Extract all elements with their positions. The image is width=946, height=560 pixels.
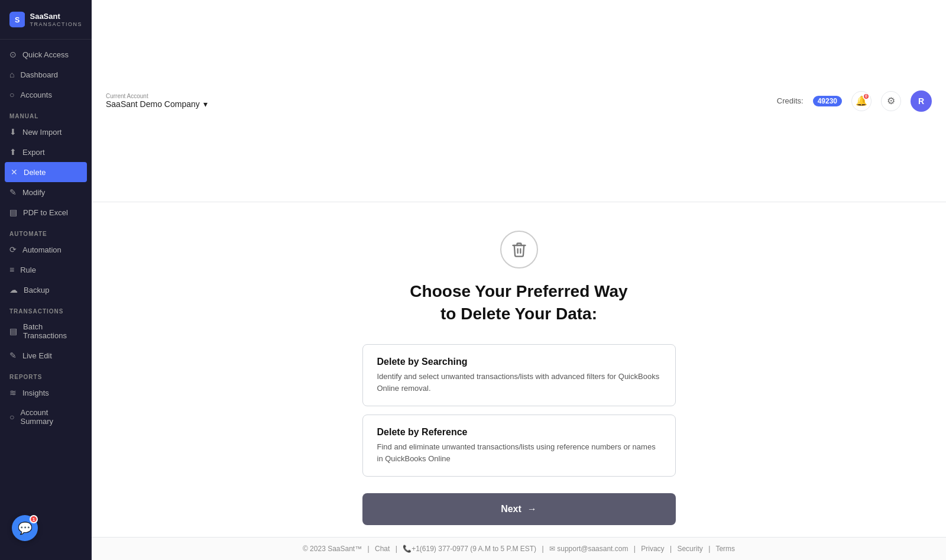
sidebar-item-new-import[interactable]: ⬇ New Import <box>0 122 92 142</box>
sidebar-item-pdf-to-excel[interactable]: ▤ PDF to Excel <box>0 202 92 222</box>
page-body: Choose Your Preferred Way to Delete Your… <box>92 202 946 537</box>
notification-dot: 0 <box>863 93 870 100</box>
sidebar-item-modify[interactable]: ✎ Modify <box>0 182 92 202</box>
quick-access-icon: ⊙ <box>9 50 17 59</box>
delete-page-icon <box>500 231 538 268</box>
sidebar-label-live-edit: Live Edit <box>22 351 52 360</box>
nav-section-transactions: TRANSACTIONS <box>0 300 92 317</box>
rule-icon: ≡ <box>9 265 14 274</box>
arrow-right-icon: → <box>527 504 537 514</box>
svg-text:S: S <box>15 16 20 24</box>
sidebar-item-live-edit[interactable]: ✎ Live Edit <box>0 345 92 365</box>
logo-sub: TRANSACTIONS <box>30 21 82 27</box>
account-summary-icon: ○ <box>9 412 14 422</box>
sidebar: S SaaSant TRANSACTIONS ⊙ Quick Access ⌂ … <box>0 0 92 560</box>
sidebar-label-rule: Rule <box>20 266 36 274</box>
footer-copyright: © 2023 SaaSant™ <box>303 545 362 553</box>
footer: © 2023 SaaSant™ | Chat | 📞+1(619) 377-09… <box>92 537 946 560</box>
chat-icon: 💬 <box>18 521 33 535</box>
automation-icon: ⟳ <box>9 245 17 254</box>
sidebar-label-backup: Backup <box>24 286 49 294</box>
footer-privacy-link[interactable]: Privacy <box>641 545 664 553</box>
account-name: SaaSant Demo Company <box>106 99 200 109</box>
sidebar-item-delete[interactable]: ✕ Delete <box>5 162 87 182</box>
chevron-down-icon: ▾ <box>203 99 208 109</box>
chat-notification-dot: 1 <box>30 515 38 523</box>
sidebar-label-batch-transactions: Batch Transactions <box>23 322 82 340</box>
sidebar-item-batch-transactions[interactable]: ▤ Batch Transactions <box>0 317 92 345</box>
delete-by-reference-card[interactable]: Delete by Reference Find and eliminate u… <box>362 415 676 477</box>
footer-security-link[interactable]: Security <box>677 545 702 553</box>
chat-button[interactable]: 💬 1 <box>12 515 38 541</box>
footer-chat-link[interactable]: Chat <box>375 545 390 553</box>
sidebar-label-automation: Automation <box>22 245 61 254</box>
trash-icon <box>511 241 527 258</box>
nav-section-manual: MANUAL <box>0 105 92 122</box>
backup-icon: ☁ <box>9 285 18 294</box>
batch-transactions-icon: ▤ <box>9 326 17 336</box>
sidebar-label-pdf-to-excel: PDF to Excel <box>23 208 68 217</box>
next-button[interactable]: Next → <box>362 493 676 525</box>
pdf-to-excel-icon: ▤ <box>9 208 17 217</box>
credits-badge: 49230 <box>813 96 842 106</box>
sidebar-label-delete: Delete <box>24 168 46 177</box>
sidebar-item-account-summary[interactable]: ○ Account Summary <box>0 403 92 431</box>
sidebar-item-backup[interactable]: ☁ Backup <box>0 280 92 300</box>
settings-button[interactable]: ⚙ <box>881 91 901 111</box>
account-selector[interactable]: SaaSant Demo Company ▾ <box>106 99 208 109</box>
header: Current Account SaaSant Demo Company ▾ C… <box>92 0 946 202</box>
next-label: Next <box>501 504 521 514</box>
nav-section-reports: REPORTS <box>0 365 92 383</box>
sidebar-item-dashboard[interactable]: ⌂ Dashboard <box>0 64 92 85</box>
delete-by-searching-title: Delete by Searching <box>377 357 661 367</box>
credits-label: Credits: <box>777 96 804 105</box>
new-import-icon: ⬇ <box>9 127 17 137</box>
sidebar-item-automation[interactable]: ⟳ Automation <box>0 239 92 260</box>
footer-terms-link[interactable]: Terms <box>715 545 735 553</box>
sidebar-label-account-summary: Account Summary <box>20 408 82 426</box>
current-account-label: Current Account <box>106 93 208 99</box>
sidebar-label-modify: Modify <box>22 188 45 197</box>
sidebar-nav: ⊙ Quick Access ⌂ Dashboard ○ Accounts MA… <box>0 40 92 548</box>
sidebar-item-rule[interactable]: ≡ Rule <box>0 260 92 280</box>
header-right: Credits: 49230 🔔 0 ⚙ R <box>777 90 932 112</box>
sidebar-label-export: Export <box>22 148 45 157</box>
avatar[interactable]: R <box>911 90 932 112</box>
modify-icon: ✎ <box>9 187 17 197</box>
logo-name: SaaSant <box>30 12 82 21</box>
gear-icon: ⚙ <box>887 95 895 106</box>
sidebar-label-dashboard: Dashboard <box>20 70 58 79</box>
options-container: Delete by Searching Identify and select … <box>362 344 676 525</box>
sidebar-item-export[interactable]: ⬆ Export <box>0 142 92 162</box>
logo: S SaaSant TRANSACTIONS <box>0 0 92 40</box>
delete-nav-icon: ✕ <box>11 167 18 177</box>
notifications-button[interactable]: 🔔 0 <box>851 91 872 111</box>
delete-by-reference-desc: Find and eliminate unwanted transactions… <box>377 441 661 464</box>
sidebar-label-new-import: New Import <box>22 128 61 137</box>
page-title: Choose Your Preferred Way to Delete Your… <box>410 280 627 325</box>
footer-phone: 📞+1(619) 377-0977 (9 A.M to 5 P.M EST) <box>403 545 536 553</box>
sidebar-item-insights[interactable]: ≋ Insights <box>0 383 92 403</box>
account-info: Current Account SaaSant Demo Company ▾ <box>106 93 208 109</box>
sidebar-label-quick-access: Quick Access <box>22 50 69 59</box>
delete-by-searching-card[interactable]: Delete by Searching Identify and select … <box>362 344 676 406</box>
sidebar-item-quick-access[interactable]: ⊙ Quick Access <box>0 44 92 64</box>
sidebar-label-accounts: Accounts <box>20 90 51 99</box>
accounts-icon: ○ <box>9 90 14 99</box>
dashboard-icon: ⌂ <box>9 70 14 79</box>
insights-icon: ≋ <box>9 388 17 397</box>
main-content: Choose Your Preferred Way to Delete Your… <box>92 202 946 560</box>
sidebar-label-insights: Insights <box>22 389 49 397</box>
delete-by-searching-desc: Identify and select unwanted transaction… <box>377 371 661 394</box>
sidebar-item-accounts[interactable]: ○ Accounts <box>0 85 92 105</box>
export-icon: ⬆ <box>9 147 17 157</box>
nav-section-automate: AUTOMATE <box>0 222 92 239</box>
footer-email: ✉ support@saasant.com <box>549 545 628 553</box>
delete-by-reference-title: Delete by Reference <box>377 427 661 438</box>
live-edit-icon: ✎ <box>9 351 17 360</box>
